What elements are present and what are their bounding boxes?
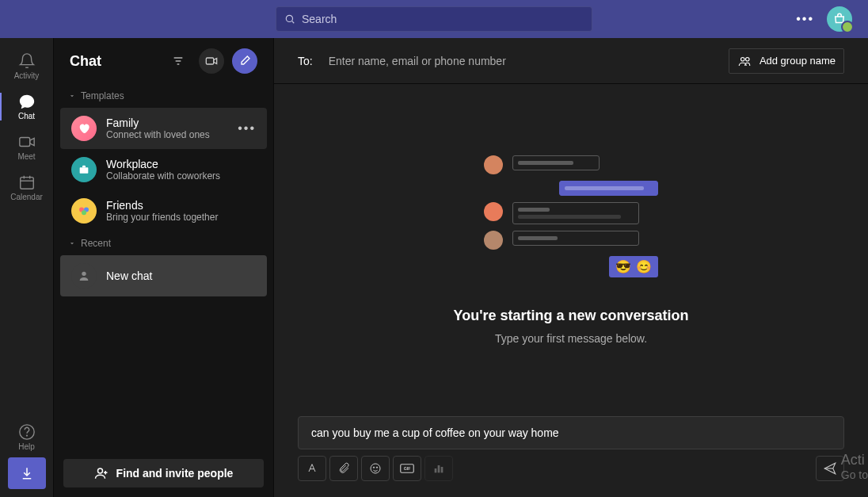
chevron-down-icon <box>68 92 76 100</box>
find-invite-button[interactable]: Find and invite people <box>63 459 264 487</box>
chat-name: Family <box>106 117 228 129</box>
heart-avatar-icon <box>71 116 97 141</box>
poll-button <box>424 456 453 481</box>
svg-rect-3 <box>20 178 33 189</box>
search-icon <box>284 13 295 25</box>
svg-point-24 <box>373 467 374 468</box>
rail-label: Activity <box>14 71 40 80</box>
group-icon <box>737 54 752 68</box>
rail-label: Meet <box>17 152 35 161</box>
recent-new-chat[interactable]: New chat <box>60 255 267 296</box>
filter-icon <box>172 55 185 67</box>
rail-label: Calendar <box>10 193 43 201</box>
user-avatar[interactable] <box>827 6 852 32</box>
new-chat-button[interactable] <box>232 48 257 74</box>
chat-name: New chat <box>106 270 256 282</box>
meet-now-button[interactable] <box>199 48 224 74</box>
app-rail: Activity Chat Meet Calendar Help <box>0 38 54 497</box>
download-icon <box>20 466 34 480</box>
send-icon <box>823 461 837 476</box>
svg-point-0 <box>286 15 292 21</box>
svg-point-25 <box>376 467 377 468</box>
add-group-name-button[interactable]: Add group name <box>729 48 844 74</box>
chat-name: Friends <box>106 199 256 212</box>
to-input[interactable]: Enter name, email or phone number <box>329 55 506 67</box>
svg-point-16 <box>82 210 86 215</box>
svg-rect-2 <box>19 138 29 147</box>
help-icon <box>18 423 36 441</box>
recent-section-header[interactable]: Recent <box>57 231 270 255</box>
attach-icon <box>337 462 350 475</box>
sidebar-title: Chat <box>70 53 101 70</box>
chat-name: Workplace <box>106 158 256 170</box>
more-button[interactable]: ••• <box>796 12 814 26</box>
svg-line-1 <box>292 21 295 24</box>
gif-button[interactable]: GIF <box>393 456 421 481</box>
svg-rect-13 <box>80 167 89 173</box>
chat-icon <box>18 93 36 110</box>
rail-label: Chat <box>18 112 35 120</box>
briefcase-avatar-icon <box>71 157 97 182</box>
rail-label: Help <box>18 442 35 451</box>
empty-title: You're starting a new conversation <box>453 308 688 324</box>
rail-help[interactable]: Help <box>0 417 54 457</box>
chevron-down-icon <box>68 239 76 247</box>
compose-icon <box>238 55 251 67</box>
smile-emoji-icon: 😊 <box>636 259 652 274</box>
basket-icon <box>832 12 847 26</box>
chat-sub: Connect with loved ones <box>106 129 228 140</box>
svg-rect-12 <box>206 58 213 64</box>
rail-meet[interactable]: Meet <box>0 127 54 167</box>
section-label: Templates <box>81 90 124 101</box>
message-input[interactable] <box>298 416 844 449</box>
svg-point-22 <box>745 57 749 61</box>
video-icon <box>205 55 218 67</box>
bell-icon <box>18 52 36 70</box>
svg-point-17 <box>82 272 86 276</box>
rail-calendar[interactable]: Calendar <box>0 167 54 208</box>
to-label: To: <box>298 55 313 67</box>
rail-activity[interactable]: Activity <box>0 46 54 86</box>
add-person-icon <box>94 466 108 480</box>
activation-watermark: Acti Go to <box>841 452 868 481</box>
template-family[interactable]: Family Connect with loved ones ••• <box>60 108 267 149</box>
svg-rect-28 <box>435 468 437 472</box>
gif-icon: GIF <box>400 463 414 474</box>
group-name-label: Add group name <box>760 55 836 67</box>
chat-sidebar: Chat Templates <box>54 38 274 497</box>
emoji-icon <box>369 462 382 475</box>
chat-sub: Bring your friends together <box>106 212 256 223</box>
templates-section-header[interactable]: Templates <box>57 84 270 108</box>
svg-point-23 <box>371 464 380 473</box>
svg-rect-29 <box>438 465 440 472</box>
svg-point-18 <box>97 468 102 473</box>
svg-text:GIF: GIF <box>404 466 412 471</box>
send-button[interactable] <box>816 456 844 481</box>
svg-rect-30 <box>441 467 444 472</box>
cool-emoji-icon: 😎 <box>615 259 631 274</box>
section-label: Recent <box>81 238 111 249</box>
svg-point-21 <box>740 57 744 61</box>
topbar: Search ••• <box>0 0 868 38</box>
person-avatar-icon <box>71 263 97 289</box>
empty-state-illustration: 😎 😊 <box>484 155 658 284</box>
chat-sub: Collaborate with coworkers <box>106 170 256 182</box>
search-placeholder: Search <box>302 13 337 25</box>
rail-chat[interactable]: Chat <box>0 86 54 127</box>
format-button[interactable] <box>298 456 326 481</box>
download-button[interactable] <box>8 457 46 489</box>
template-workplace[interactable]: Workplace Collaborate with coworkers <box>60 149 267 190</box>
poll-icon <box>432 462 445 475</box>
search-input[interactable]: Search <box>276 6 592 32</box>
format-icon <box>306 462 318 475</box>
filter-button[interactable] <box>166 48 191 74</box>
video-icon <box>18 133 36 151</box>
emoji-button[interactable] <box>361 456 390 481</box>
calendar-icon <box>18 174 36 191</box>
empty-subtitle: Type your first message below. <box>495 332 647 345</box>
invite-label: Find and invite people <box>116 467 234 480</box>
svg-point-8 <box>26 435 27 436</box>
chat-more-button[interactable]: ••• <box>238 121 256 136</box>
attach-button[interactable] <box>329 456 358 481</box>
template-friends[interactable]: Friends Bring your friends together <box>60 190 267 231</box>
